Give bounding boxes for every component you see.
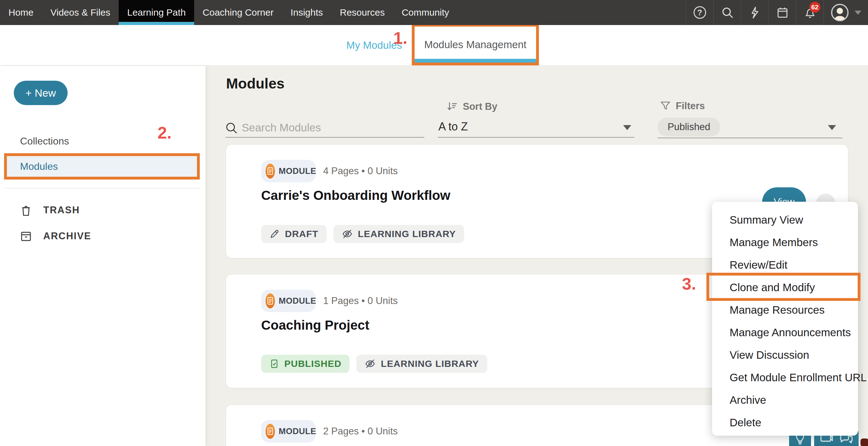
sidebar-item-trash-label: TRASH: [43, 205, 80, 216]
learning-library-label: LEARNING LIBRARY: [381, 358, 479, 369]
module-title[interactable]: Carrie's Onboarding Workflow: [261, 188, 450, 203]
nav-icon-cluster: 62: [686, 0, 868, 25]
new-button[interactable]: + New: [14, 81, 68, 105]
avatar: [831, 3, 849, 22]
sidebar-item-archive[interactable]: ARCHIVE: [20, 230, 91, 243]
pencil-icon: [269, 229, 280, 239]
archive-icon: [20, 230, 33, 243]
module-type-badge: MODULE: [261, 160, 316, 182]
nav-item-community[interactable]: Community: [393, 0, 458, 25]
calendar-icon: [776, 6, 789, 19]
module-tags: DRAFT LEARNING LIBRARY: [261, 225, 464, 243]
chevron-down-icon: [855, 11, 861, 15]
sidebar: + New Collections Modules 2. TRASH ARCHI…: [0, 66, 206, 446]
nav-item-coaching-corner[interactable]: Coaching Corner: [194, 0, 282, 25]
module-doc-icon: [266, 424, 275, 439]
notifications-button[interactable]: 62: [796, 0, 824, 25]
sort-caret-icon[interactable]: [623, 125, 631, 130]
account-menu[interactable]: [824, 0, 868, 25]
menu-item-manage-resources[interactable]: Manage Resources: [712, 299, 858, 321]
filter-chip-published[interactable]: Published: [658, 117, 720, 136]
module-type-badge: MODULE: [261, 420, 316, 443]
annotation-step2: 2.: [157, 123, 172, 142]
help-button[interactable]: [686, 0, 713, 25]
module-context-menu: Summary View Manage Members Review/Edit …: [712, 202, 858, 436]
sort-by-label-group: Sort By: [446, 101, 497, 113]
tab-modules-management[interactable]: Modules Management: [414, 27, 536, 63]
annotation-box-step2: Modules: [4, 153, 200, 179]
status-badge-label: DRAFT: [285, 229, 318, 239]
help-icon: [693, 6, 706, 19]
sort-dropdown[interactable]: A to Z: [438, 120, 468, 133]
menu-item-review-edit[interactable]: Review/Edit: [712, 254, 858, 276]
notification-badge: 62: [809, 2, 820, 12]
menu-item-delete[interactable]: Delete: [712, 411, 858, 434]
sidebar-item-trash[interactable]: TRASH: [20, 204, 80, 217]
filter-icon: [659, 100, 671, 112]
filters-label: Filters: [676, 100, 705, 112]
module-type-badge: MODULE: [261, 289, 316, 312]
search-underline: [225, 137, 424, 138]
eye-slash-icon: [365, 358, 376, 369]
nav-item-learning-path[interactable]: Learning Path: [119, 0, 194, 25]
annotation-box-step1: Modules Management: [412, 24, 539, 65]
sub-nav: My Modules Modules Management: [0, 25, 868, 66]
page: Home Videos & Files Learning Path Coachi…: [0, 0, 868, 446]
sidebar-item-modules[interactable]: Modules: [7, 156, 197, 177]
activity-button[interactable]: [741, 0, 768, 25]
nav-item-videos-files[interactable]: Videos & Files: [42, 0, 119, 25]
active-tab-underline: [414, 59, 536, 63]
search-button[interactable]: [713, 0, 741, 25]
menu-item-view-discussion[interactable]: View Discussion: [712, 344, 858, 366]
menu-item-summary-view[interactable]: Summary View: [712, 209, 858, 231]
module-meta: 4 Pages • 0 Units: [323, 160, 398, 182]
module-doc-icon: [266, 164, 275, 179]
search-input-icon: [225, 122, 238, 135]
filter-underline: [658, 138, 842, 138]
sidebar-item-collections[interactable]: Collections: [20, 135, 69, 147]
module-doc-icon: [266, 294, 275, 308]
module-meta: 1 Pages • 0 Units: [323, 289, 398, 312]
calendar-button[interactable]: [768, 0, 796, 25]
menu-item-clone-and-modify[interactable]: Clone and Modify: [712, 276, 858, 299]
status-badge-draft: DRAFT: [261, 225, 327, 243]
top-nav: Home Videos & Files Learning Path Coachi…: [0, 0, 868, 25]
sidebar-divider: [5, 188, 199, 188]
nav-item-resources[interactable]: Resources: [331, 0, 393, 25]
sort-icon: [446, 101, 458, 113]
module-meta: 2 Pages • 0 Units: [323, 420, 398, 443]
annotation-step3: 3.: [682, 274, 696, 294]
corner-widget[interactable]: [861, 439, 868, 446]
search-icon: [721, 6, 734, 19]
lightning-icon: [749, 6, 761, 19]
doc-check-icon: [269, 359, 279, 369]
module-title[interactable]: Coaching Project: [261, 318, 369, 333]
nav-item-home[interactable]: Home: [0, 0, 42, 25]
filters-label-group: Filters: [659, 100, 705, 112]
sort-underline: [438, 137, 634, 138]
sort-by-label: Sort By: [463, 101, 497, 112]
status-badge-label: PUBLISHED: [284, 358, 341, 369]
annotation-step1: 1.: [393, 28, 407, 47]
menu-item-get-module-enrollment-url[interactable]: Get Module Enrollment URL: [712, 366, 858, 389]
search-input[interactable]: [242, 119, 417, 136]
menu-item-manage-members[interactable]: Manage Members: [712, 231, 858, 254]
eye-slash-icon: [342, 228, 353, 240]
menu-item-archive[interactable]: Archive: [712, 389, 858, 411]
page-title: Modules: [226, 75, 285, 92]
nav-item-insights[interactable]: Insights: [282, 0, 331, 25]
trash-icon: [20, 204, 33, 217]
sidebar-item-archive-label: ARCHIVE: [43, 231, 91, 242]
filter-caret-icon[interactable]: [828, 125, 836, 130]
module-badge-label: MODULE: [279, 296, 316, 306]
sidebar-item-modules-label: Modules: [20, 161, 58, 172]
learning-library-label: LEARNING LIBRARY: [358, 229, 456, 239]
module-badge-label: MODULE: [279, 166, 316, 176]
module-tags: PUBLISHED LEARNING LIBRARY: [261, 355, 487, 373]
status-badge-published: PUBLISHED: [261, 355, 349, 373]
learning-library-badge: LEARNING LIBRARY: [334, 225, 464, 243]
module-badge-label: MODULE: [279, 426, 316, 436]
learning-library-badge: LEARNING LIBRARY: [356, 355, 487, 373]
menu-item-manage-announcements[interactable]: Manage Announcements: [712, 321, 858, 344]
